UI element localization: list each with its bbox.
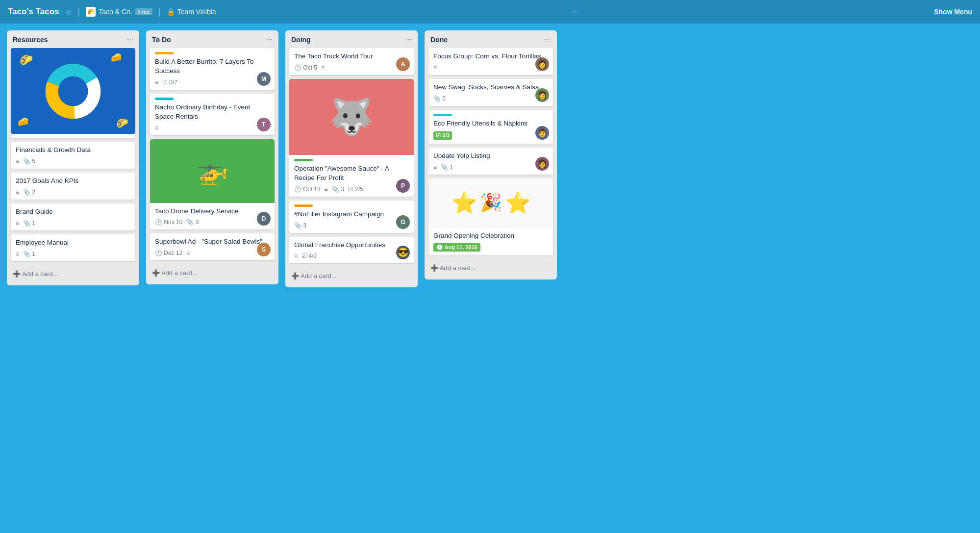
attach-brand: 📎 1	[23, 220, 35, 227]
avatar-awesome-sauce: P	[396, 179, 410, 193]
card-superbowl[interactable]: Superbowl Ad - "Super Salad Bowls" 🕐 Dec…	[150, 233, 275, 260]
add-card-todo[interactable]: ➕ Add a card...	[150, 266, 275, 279]
show-menu-button[interactable]: Show Menu	[934, 8, 972, 16]
lock-icon: 🔒	[167, 8, 175, 16]
checklist-awesome-sauce: ☑ 2/5	[348, 186, 363, 193]
avatar-focus-group: 👩	[535, 57, 549, 71]
column-title-doing: Doing	[291, 36, 311, 44]
board: Resources ··· 🌮 🧀 🧀 🌮	[0, 24, 980, 294]
card-meta-yelp: ≡ 📎 1	[433, 164, 548, 171]
card-title-focus-group: Focus Group: Corn vs. Flour Tortillas	[433, 52, 548, 61]
svg-point-4	[58, 76, 88, 106]
column-header-resources: Resources ···	[11, 35, 135, 48]
attach-yelp: 📎 1	[441, 164, 453, 171]
drone-image: 🚁	[150, 139, 275, 203]
card-meta-focus-group: ≡	[433, 64, 548, 71]
card-eco[interactable]: Eco Friendly Utensils & Napkins ☑ 3/3 👨	[428, 110, 553, 144]
card-title-drone: Taco Drone Delivery Service	[155, 207, 270, 216]
card-meta-swag: 📎 5	[433, 95, 548, 102]
avatar-swag: 👩	[535, 88, 549, 102]
desc-yelp: ≡	[433, 164, 437, 171]
date-drone: 🕐 Nov 10	[155, 219, 182, 226]
card-brand[interactable]: Brand Guide ≡ 📎 1	[11, 203, 135, 230]
card-title-employee: Employee Manual	[16, 238, 130, 248]
attach-goals: 📎 2	[23, 189, 35, 196]
card-instagram[interactable]: #NoFiller Instagram Campaign 📎 3 G	[289, 201, 414, 233]
checklist-done-eco: ☑ 3/3	[433, 131, 452, 140]
card-meta-eco: ☑ 3/3	[433, 131, 548, 140]
divider-2: |	[158, 7, 161, 17]
column-done: Done ··· Focus Group: Corn vs. Flour Tor…	[425, 30, 557, 279]
workspace-name: Taco & Co.	[99, 8, 132, 16]
date-awesome-sauce: 🕐 Oct 18	[294, 186, 321, 193]
add-card-doing[interactable]: ➕ Add a card...	[289, 269, 414, 282]
card-title-nacho: Nacho Ordinary Birthday - Event Space Re…	[155, 103, 270, 122]
card-swag[interactable]: New Swag: Socks, Scarves & Salsa 📎 5 👩	[428, 79, 553, 106]
card-nacho[interactable]: Nacho Ordinary Birthday - Event Space Re…	[150, 94, 275, 135]
column-menu-resources[interactable]: ···	[127, 35, 133, 44]
date-grand-opening: 🕐 Aug 11, 2016	[433, 243, 480, 252]
board-title: Taco's Tacos	[8, 7, 59, 17]
avatar-eco: 👨	[535, 126, 549, 140]
card-drone[interactable]: 🚁 Taco Drone Delivery Service 🕐 Nov 10 📎…	[150, 139, 275, 230]
awesome-sauce-body: Operation "Awesome Sauce" - A Recipe For…	[289, 155, 414, 197]
card-title-swag: New Swag: Socks, Scarves & Salsa	[433, 83, 548, 92]
card-awesome-sauce[interactable]: 🐺 Operation "Awesome Sauce" - A Recipe F…	[289, 79, 414, 197]
card-employee[interactable]: Employee Manual ≡ 📎 1	[11, 234, 135, 261]
card-title-grand-opening: Grand Opening Celebration	[433, 231, 548, 241]
visibility-info: 🔒 Team Visible	[167, 8, 216, 16]
free-badge: Free	[135, 8, 152, 15]
card-meta-superbowl: 🕐 Dec 12 ≡	[155, 250, 270, 256]
card-meta-taco-truck: 🕐 Oct 5 ≡	[294, 64, 409, 71]
card-meta-instagram: 📎 3	[294, 222, 409, 229]
grand-opening-body: Grand Opening Celebration 🕐 Aug 11, 2016	[428, 228, 553, 256]
label-awesome-sauce	[294, 159, 313, 161]
column-menu-todo[interactable]: ···	[266, 35, 273, 44]
add-card-resources[interactable]: ➕ Add a card...	[11, 267, 135, 280]
column-title-done: Done	[430, 36, 448, 44]
column-menu-done[interactable]: ···	[545, 35, 551, 44]
divider-1: |	[78, 7, 80, 17]
column-resources: Resources ··· 🌮 🧀 🧀 🌮	[7, 30, 139, 285]
card-meta-nacho: ≡	[155, 125, 270, 131]
drone-card-body: Taco Drone Delivery Service 🕐 Nov 10 📎 3…	[150, 203, 275, 230]
card-yelp[interactable]: Update Yelp Listing ≡ 📎 1 👩	[428, 148, 553, 175]
workspace-icon: 🌮	[86, 7, 96, 17]
workspace-info: 🌮 Taco & Co. Free	[86, 7, 152, 17]
card-burrito[interactable]: Build A Better Burrito: 7 Layers To Succ…	[150, 48, 275, 90]
column-header-doing: Doing ···	[289, 35, 414, 48]
chart-image: 🌮 🧀 🧀 🌮	[11, 48, 135, 134]
avatar-taco-truck: A	[396, 57, 410, 71]
attach-employee: 📎 1	[23, 251, 35, 257]
add-card-done[interactable]: ➕ Add a card...	[428, 261, 553, 275]
attach-swag: 📎 5	[433, 95, 446, 102]
card-title-brand: Brand Guide	[16, 207, 130, 217]
column-menu-doing[interactable]: ···	[405, 35, 412, 44]
column-doing: Doing ··· The Taco Truck World Tour 🕐 Oc…	[285, 30, 418, 287]
card-meta-financials: ≡ 📎 5	[16, 158, 130, 165]
visibility-label: Team Visible	[177, 8, 216, 16]
card-title-awesome-sauce: Operation "Awesome Sauce" - A Recipe For…	[294, 164, 409, 183]
column-header-todo: To Do ···	[150, 35, 275, 48]
card-title-instagram: #NoFiller Instagram Campaign	[294, 210, 409, 219]
card-franchise[interactable]: Global Franchise Opportunities ≡ ☑ 4/9 😎	[289, 237, 414, 264]
card-title-taco-truck: The Taco Truck World Tour	[294, 52, 409, 61]
card-taco-truck[interactable]: The Taco Truck World Tour 🕐 Oct 5 ≡ A	[289, 48, 414, 75]
app-header: Taco's Tacos ☆ | 🌮 Taco & Co. Free | 🔒 T…	[0, 0, 980, 24]
card-meta-drone: 🕐 Nov 10 📎 3	[155, 219, 270, 226]
avatar-burrito: M	[257, 72, 271, 86]
card-title-franchise: Global Franchise Opportunities	[294, 241, 409, 250]
card-focus-group[interactable]: Focus Group: Corn vs. Flour Tortillas ≡ …	[428, 48, 553, 75]
card-meta-franchise: ≡ ☑ 4/9	[294, 253, 409, 259]
card-meta-burrito: ≡ ☑ 0/7	[155, 79, 270, 86]
attach-financials: 📎 5	[23, 158, 35, 165]
card-chart[interactable]: 🌮 🧀 🧀 🌮	[11, 48, 135, 138]
desc-icon-goals: ≡	[16, 189, 19, 196]
card-meta-goals: ≡ 📎 2	[16, 189, 130, 196]
card-title-superbowl: Superbowl Ad - "Super Salad Bowls"	[155, 237, 270, 247]
card-financials[interactable]: Financials & Growth Data ≡ 📎 5	[11, 142, 135, 169]
card-goals[interactable]: 2017 Goals And KPIs ≡ 📎 2	[11, 173, 135, 200]
card-grand-opening[interactable]: ⭐ 🎉 ⭐ Grand Opening Celebration 🕐 Aug 11…	[428, 178, 553, 256]
card-meta-employee: ≡ 📎 1	[16, 251, 130, 257]
star-icon[interactable]: ☆	[65, 7, 72, 17]
